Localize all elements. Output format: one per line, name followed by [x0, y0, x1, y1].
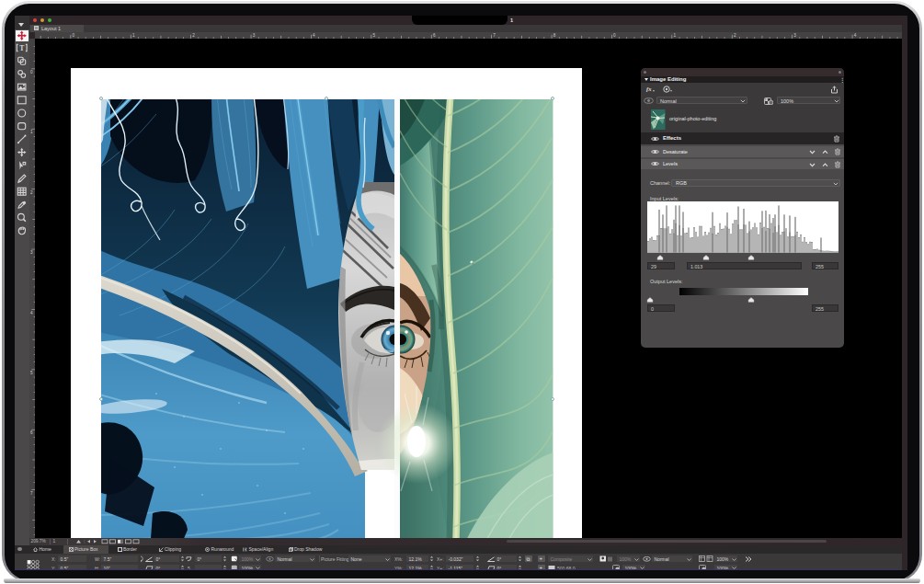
svg-text:2: 2: [30, 189, 33, 194]
svg-text:1: 1: [674, 32, 677, 37]
svg-text:8: 8: [553, 32, 556, 37]
svg-text:6: 6: [433, 32, 436, 37]
svg-text:5: 5: [30, 370, 33, 374]
svg-text:0: 0: [613, 32, 616, 37]
svg-text:1: 1: [132, 32, 135, 37]
svg-text:1: 1: [30, 130, 33, 134]
svg-text:6: 6: [30, 430, 33, 435]
svg-text:3: 3: [253, 32, 256, 37]
svg-text:4: 4: [313, 32, 315, 37]
svg-text:4: 4: [30, 310, 33, 315]
svg-text:0: 0: [73, 32, 75, 37]
svg-text:0: 0: [30, 69, 33, 74]
svg-text:5: 5: [373, 32, 376, 37]
svg-text:T: T: [19, 44, 24, 52]
svg-text:3: 3: [30, 250, 33, 255]
svg-text:4: 4: [854, 32, 857, 37]
svg-text:2: 2: [734, 32, 736, 37]
svg-text:7: 7: [493, 32, 496, 37]
svg-text:3: 3: [793, 32, 796, 37]
svg-text:7: 7: [30, 490, 33, 495]
svg-text:2: 2: [192, 32, 195, 37]
